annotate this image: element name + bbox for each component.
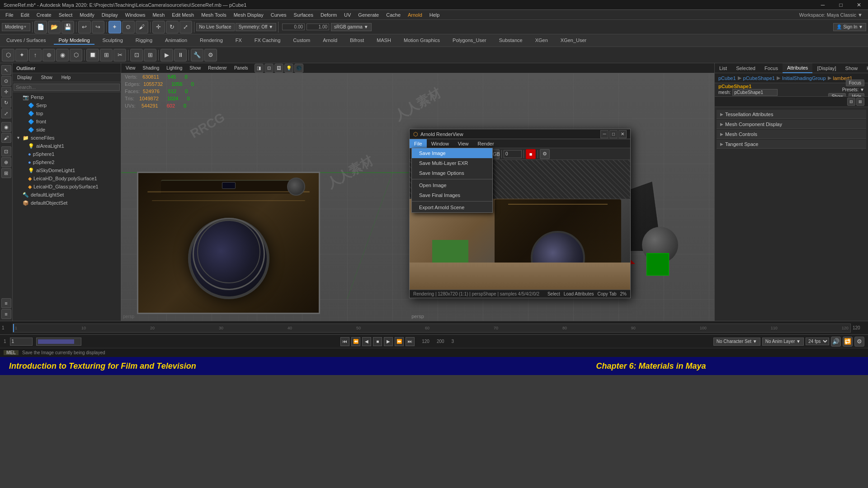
menu-meshtools[interactable]: Mesh Tools: [198, 10, 230, 20]
attr-mesh-input[interactable]: [732, 89, 778, 96]
close-button[interactable]: ✕: [850, 0, 868, 10]
shelf-icon-6[interactable]: ⬡: [70, 49, 82, 61]
shelf-substance[interactable]: Substance: [495, 37, 527, 45]
shelf-motion-graphics[interactable]: Motion Graphics: [399, 37, 444, 45]
frame-display[interactable]: [36, 338, 81, 346]
anim-layer-selector[interactable]: No Anim Layer ▼: [762, 338, 804, 346]
rv-btn-red[interactable]: ■: [526, 149, 536, 159]
audio-icon[interactable]: 🔊: [831, 337, 841, 347]
rpanel-tab-attributes[interactable]: Attributes: [783, 63, 812, 73]
timeline-bar[interactable]: 110203040 5060708090 100110120: [13, 324, 851, 333]
translate-x-field[interactable]: 0.00: [282, 23, 305, 30]
fps-selector[interactable]: 24 fps 30 fps 60 fps: [806, 338, 829, 345]
rv-maximize-btn[interactable]: □: [609, 130, 618, 138]
rv-close-btn[interactable]: ✕: [618, 130, 627, 138]
left-tool-scale[interactable]: ⤢: [1, 108, 11, 118]
shelf-custom[interactable]: Custom: [288, 37, 315, 45]
menu-file[interactable]: File: [2, 10, 17, 20]
left-tool-layers[interactable]: ≡: [1, 298, 11, 308]
pb-step-back[interactable]: ⏪: [351, 337, 360, 346]
left-tool-move[interactable]: ✛: [1, 87, 11, 97]
rpanel-tab-show[interactable]: Show: [841, 63, 863, 73]
left-tool-snap1[interactable]: ⊡: [1, 146, 11, 156]
shelf-icon-12[interactable]: ▶: [160, 49, 173, 61]
redo-icon[interactable]: ↪: [92, 21, 104, 33]
shelf-icon-3[interactable]: ↑: [29, 49, 42, 61]
shelf-icon-13[interactable]: ⏸: [174, 49, 187, 61]
maximize-button[interactable]: □: [832, 0, 850, 10]
shelf-animation[interactable]: Animation: [160, 37, 192, 45]
left-tool-lasso[interactable]: ⊙: [1, 76, 11, 86]
signin-btn[interactable]: 👤 Sign In ▼: [833, 23, 866, 31]
bc-pcubeshape1[interactable]: pCubeShape1: [743, 75, 775, 81]
playback-settings-icon[interactable]: ⚙: [854, 337, 864, 347]
rpanel-tab-help[interactable]: Help: [862, 63, 868, 73]
vp-shading-btn[interactable]: ◨: [255, 64, 264, 73]
menu-create[interactable]: Create: [33, 10, 55, 20]
shelf-icon-15[interactable]: ⚙: [204, 49, 217, 61]
open-scene-icon[interactable]: 📂: [48, 21, 61, 33]
shelf-icon-11[interactable]: ⊞: [144, 49, 156, 61]
shelf-fx[interactable]: FX: [231, 37, 246, 45]
gamma-selector[interactable]: sRGB gamma ▼: [331, 23, 371, 31]
loop-icon[interactable]: 🔁: [843, 337, 853, 347]
vp-menu-show[interactable]: Show: [187, 63, 203, 73]
menu-windows[interactable]: Windows: [122, 10, 149, 20]
left-tool-channel[interactable]: ≡: [1, 309, 11, 319]
menu-arnold[interactable]: Arnold: [404, 10, 426, 20]
save-scene-icon[interactable]: 💾: [61, 21, 74, 33]
menu-modify[interactable]: Modify: [76, 10, 98, 20]
attr-section-header-tessellation[interactable]: ▶ Tessellation Attributes: [717, 110, 866, 119]
focus-button[interactable]: Focus: [846, 80, 864, 86]
attr-section-header-mesh-controls[interactable]: ▶ Mesh Controls: [717, 130, 866, 139]
menu-mesh[interactable]: Mesh: [149, 10, 168, 20]
rpanel-tab-display[interactable]: [Display]: [812, 63, 840, 73]
menu-generate[interactable]: Generate: [354, 10, 382, 20]
shelf-icon-9[interactable]: ✂: [113, 49, 126, 61]
left-tool-sculpt[interactable]: 🖌: [1, 133, 11, 143]
shelf-xgen-user[interactable]: XGen_User: [556, 37, 591, 45]
vp-texture-btn[interactable]: 🖼: [274, 64, 283, 73]
rv-load-attrs-btn[interactable]: Load Attributes: [564, 291, 594, 296]
menu-help[interactable]: Help: [426, 10, 443, 20]
rv-titlebar[interactable]: ⬡ Arnold RenderView ─ □ ✕: [410, 129, 630, 139]
outliner-item-lightset[interactable]: 🔦 defaultLightSet: [13, 191, 121, 199]
outliner-item-leica-glass[interactable]: ◆ LeicaHD_Glass:polySurface1: [13, 183, 121, 191]
shelf-mash[interactable]: MASH: [372, 37, 396, 45]
shelf-icon-2[interactable]: ✦: [15, 49, 28, 61]
outliner-item-light1[interactable]: 💡 aiAreaLight1: [13, 142, 121, 150]
outliner-help-menu[interactable]: Help: [59, 73, 74, 82]
left-tool-select[interactable]: ↖: [1, 65, 11, 75]
shelf-poly-modeling[interactable]: Poly Modeling: [54, 37, 94, 45]
menu-display[interactable]: Display: [98, 10, 122, 20]
outliner-item-persp[interactable]: 📷 Persp: [13, 93, 121, 101]
dd-save-final[interactable]: Save Final Images: [412, 190, 492, 200]
dd-open-image[interactable]: Open Image: [412, 180, 492, 190]
attr-section-header-tangent[interactable]: ▶ Tangent Space: [717, 140, 866, 149]
rv-copy-tab-btn[interactable]: Copy Tab: [597, 291, 616, 296]
outliner-item-top[interactable]: 🔷 top: [13, 109, 121, 117]
shelf-arnold[interactable]: Arnold: [318, 37, 342, 45]
vp-menu-view[interactable]: View: [123, 63, 138, 73]
live-surface-btn[interactable]: No Live Surface: [196, 23, 235, 31]
translate-y-field[interactable]: 1.00: [307, 23, 329, 30]
symmetry-btn[interactable]: Symmetry: Off ▼: [236, 23, 276, 31]
outliner-item-side[interactable]: 🔷 side: [13, 126, 121, 134]
shelf-icon-4[interactable]: ⊕: [42, 49, 55, 61]
attr-collapse-icon[interactable]: ⊟: [847, 98, 855, 106]
vp-light-btn[interactable]: 💡: [284, 64, 293, 73]
shelf-curves-surfaces[interactable]: Curves / Surfaces: [2, 37, 50, 45]
menu-editmesh[interactable]: Edit Mesh: [168, 10, 198, 20]
vp-wireframe-btn[interactable]: ⊡: [264, 64, 274, 73]
menu-curves[interactable]: Curves: [267, 10, 290, 20]
pb-go-end[interactable]: ⏭: [406, 337, 415, 346]
rv-menu-window[interactable]: Window: [427, 139, 453, 148]
undo-icon[interactable]: ↩: [78, 21, 91, 33]
mode-selector[interactable]: Modeling ▼: [2, 23, 30, 31]
outliner-item-sphere1[interactable]: ● pSphere1: [13, 150, 121, 158]
menu-meshdisplay[interactable]: Mesh Display: [230, 10, 267, 20]
outliner-item-skydome[interactable]: 💡 aiSkyDomeLight1: [13, 166, 121, 174]
rv-menu-render[interactable]: Render: [473, 139, 499, 148]
dd-save-multi-layer[interactable]: Save Multi-Layer EXR: [412, 158, 492, 168]
vp-shadow-btn[interactable]: 🌑: [294, 64, 303, 73]
